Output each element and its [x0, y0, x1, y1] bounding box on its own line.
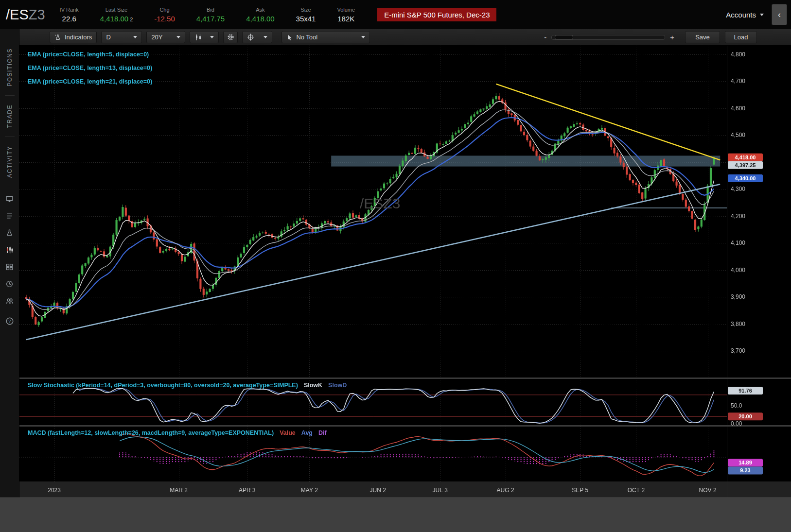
study-label-ema13[interactable]: EMA (price=CLOSE, length=13, displace=0)	[28, 63, 152, 77]
chevron-down-icon	[176, 36, 180, 38]
chart-type-dropdown[interactable]	[190, 31, 219, 43]
zoom-slider-thumb[interactable]	[555, 35, 573, 40]
divider	[5, 95, 15, 96]
chart-toolbar: Indicators D 20Y	[19, 29, 791, 46]
last-price-value: 4,418.002	[100, 15, 133, 23]
sidebar-tab-activity[interactable]: ACTIVITY	[6, 146, 13, 178]
macd-value-label: Value	[280, 429, 296, 436]
help-icon[interactable]: ?	[5, 317, 14, 326]
quote-field-ask: Ask 4,418.00	[246, 7, 274, 23]
field-label: IV Rank	[60, 7, 79, 13]
quote-field-chg: Chg -12.50	[154, 7, 175, 23]
change-value: -12.50	[154, 15, 175, 23]
analyze-flask-icon[interactable]	[5, 229, 14, 237]
chart-area: EMA (price=CLOSE, length=5, displace=0) …	[19, 46, 791, 498]
accounts-menu[interactable]: Accounts	[726, 11, 764, 19]
symbol-watermark: /ESZ3	[360, 195, 400, 212]
size-value: 35x41	[296, 15, 316, 23]
crosshair-icon	[247, 34, 254, 41]
collapse-panel-button[interactable]: ‹	[772, 4, 787, 25]
quote-field-size: Size 35x41	[296, 7, 316, 23]
chart-settings-button[interactable]	[223, 31, 238, 43]
drawing-tool-dropdown[interactable]: No Tool	[281, 31, 370, 43]
save-button[interactable]: Save	[685, 31, 720, 43]
study-label-ema21[interactable]: EMA (price=CLOSE, length=21, displace=0)	[28, 77, 152, 90]
svg-text:?: ?	[8, 318, 11, 324]
chevron-down-icon	[264, 36, 267, 38]
study-label-stochastic[interactable]: Slow Stochastic (kPeriod=14, dPeriod=3, …	[28, 382, 347, 389]
field-label: Bid	[207, 7, 214, 13]
range-value: 20Y	[151, 34, 162, 41]
chevron-down-icon	[133, 36, 137, 38]
indicators-button[interactable]: Indicators	[50, 31, 97, 43]
quote-field-volume: Volume 182K	[337, 7, 355, 23]
divider	[5, 137, 15, 137]
zoom-in-button[interactable]: +	[670, 33, 674, 41]
sidebar-tab-positions[interactable]: POSITIONS	[6, 48, 13, 86]
quote-field-iv-rank: IV Rank 22.6	[60, 7, 79, 23]
history-icon[interactable]	[5, 280, 14, 288]
bid-value: 4,417.75	[196, 15, 225, 23]
zoom-slider[interactable]	[551, 35, 665, 40]
timeframe-value: D	[106, 34, 110, 41]
symbol-root: /ES	[6, 7, 29, 22]
field-label: Ask	[256, 7, 264, 13]
cursor-icon	[286, 34, 292, 41]
chevron-down-icon	[210, 36, 214, 38]
app-body: POSITIONS TRADE ACTIVITY	[0, 29, 791, 498]
load-button[interactable]: Load	[725, 31, 757, 43]
field-label: Last Size	[105, 7, 127, 13]
macd-avg-label: Avg	[301, 429, 313, 436]
range-dropdown[interactable]: 20Y	[146, 31, 185, 43]
symbol-suffix: Z3	[29, 7, 45, 22]
study-label-macd[interactable]: MACD (fastLength=12, slowLength=26, macd…	[28, 429, 327, 436]
chart-page: Indicators D 20Y	[19, 29, 791, 498]
macd-dif-label: Dif	[318, 429, 327, 436]
timeframe-dropdown[interactable]: D	[101, 31, 142, 43]
sidebar-icon-rail: ?	[5, 195, 14, 326]
volume-value: 182K	[337, 15, 354, 23]
chevron-down-icon	[760, 14, 764, 16]
study-labels: EMA (price=CLOSE, length=5, displace=0) …	[28, 50, 152, 90]
iv-rank-value: 22.6	[62, 15, 76, 23]
tool-value: No Tool	[296, 34, 317, 41]
study-label-ema5[interactable]: EMA (price=CLOSE, length=5, displace=0)	[28, 50, 152, 63]
macd-label: MACD (fastLength=12, slowLength=26, macd…	[28, 429, 274, 436]
field-label: Size	[300, 7, 311, 13]
indicators-label: Indicators	[65, 34, 92, 41]
chevron-down-icon	[361, 36, 365, 38]
stoch-label: Slow Stochastic (kPeriod=14, dPeriod=3, …	[28, 382, 298, 389]
quote-field-last-size: Last Size 4,418.002	[100, 7, 133, 23]
sidebar-tab-trade[interactable]: TRADE	[6, 104, 13, 128]
stoch-slowk-label: SlowK	[304, 382, 322, 389]
stoch-slowd-label: SlowD	[328, 382, 347, 389]
zoom-out-button[interactable]: -	[544, 33, 546, 41]
monitor-icon[interactable]	[5, 195, 14, 203]
quote-field-bid: Bid 4,417.75	[196, 7, 225, 23]
community-icon[interactable]	[5, 297, 14, 305]
studies-flask-icon	[54, 34, 61, 41]
candle-chart-icon	[194, 34, 202, 41]
field-label: Volume	[337, 7, 355, 13]
instrument-description: E-mini S&P 500 Futures, Dec-23	[377, 8, 496, 21]
crosshair-style-dropdown[interactable]	[242, 31, 272, 43]
field-label: Chg	[159, 7, 169, 13]
last-size-value: 2	[130, 17, 133, 22]
ask-value: 4,418.00	[246, 15, 274, 23]
grid-icon[interactable]	[5, 263, 14, 271]
orders-list-icon[interactable]	[5, 212, 14, 220]
quote-header: /ESZ3 IV Rank 22.6 Last Size 4,418.002 C…	[0, 0, 791, 29]
accounts-label: Accounts	[726, 11, 756, 19]
window-footer	[0, 498, 791, 532]
gear-icon	[227, 34, 234, 41]
toolbar-right-group: - + Save Load	[544, 31, 757, 43]
charts-icon[interactable]	[5, 246, 14, 254]
symbol: /ESZ3	[6, 7, 45, 23]
left-sidebar: POSITIONS TRADE ACTIVITY	[0, 29, 19, 498]
